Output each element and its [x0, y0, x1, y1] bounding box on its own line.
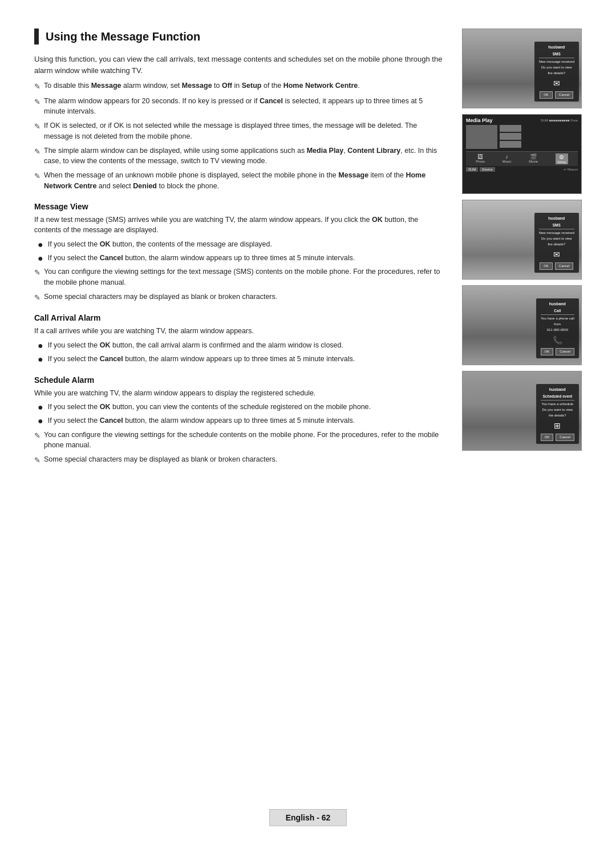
ok-btn-3: OK — [540, 262, 553, 270]
note-text-3: If OK is selected, or if OK is not selec… — [44, 120, 445, 142]
envelope-icon-1: ✉ — [539, 78, 574, 90]
music-icon-item: ♪ Music — [502, 153, 512, 164]
message-view-title: Message View — [34, 202, 445, 211]
overlay-call-msg: You have a phone call — [541, 316, 574, 321]
message-view-bullet-text-2: If you select the Cancel button, the ala… — [48, 253, 355, 264]
sum-btn: SUM — [466, 167, 478, 172]
note-icon-mv2: ✎ — [34, 292, 40, 304]
call-alert-overlay: husband Call You have a phone call from … — [536, 298, 579, 358]
overlay-call-from: from — [541, 322, 574, 327]
setup-icon-item: ⚙ Setup — [556, 153, 568, 164]
thumb-small-1 — [500, 125, 521, 132]
schedule-alarm-note-text-1: You can configure the viewing settings f… — [44, 430, 445, 451]
section-title: Using the Message Function — [46, 30, 200, 43]
calendar-icon: ⊞ — [541, 420, 574, 432]
mediaplay-header: Media Play SUM ■■■■■■■■■■ Free — [466, 118, 578, 123]
schedule-alarm-bullet-text-1: If you select the OK button, you can vie… — [48, 402, 371, 413]
device-btn: Device — [480, 167, 495, 172]
note-icon-sa2: ✎ — [34, 455, 40, 466]
overlay-buttons-5: OK Cancel — [541, 434, 574, 441]
call-arrival-bullet-text-1: If you select the OK button, the call ar… — [48, 340, 343, 351]
footer-text: English - 62 — [286, 813, 331, 822]
page-footer: English - 62 — [0, 809, 616, 826]
thumb-small-list — [500, 125, 521, 149]
overlay-type-5: Scheduled event — [541, 394, 574, 401]
overlay-sender-4: husband — [541, 301, 574, 308]
music-icon: ♪ — [502, 153, 512, 160]
note-text-5: When the message of an unknown mobile ph… — [44, 170, 445, 192]
screenshot-sms-2: husband SMS New message received Do you … — [462, 200, 582, 280]
message-view-intro: If a new test message (SMS) arrives whil… — [34, 215, 445, 236]
call-arrival-section: Call Arrival Alarm If a call arrives whi… — [34, 313, 445, 365]
bullet-dot-2: ● — [38, 253, 43, 264]
schedule-alarm-section: Schedule Alarm While you are watching TV… — [34, 375, 445, 466]
message-view-note-text-2: Some special characters may be displayed… — [44, 292, 277, 302]
overlay-call-number: 011-000-0000 — [541, 328, 574, 333]
intro-paragraph: Using this function, you can view the ca… — [34, 54, 445, 76]
mediaplay-footer: SUM Device ↩ Return — [466, 167, 578, 172]
schedule-alarm-note-1: ✎ You can configure the viewing settings… — [34, 430, 445, 451]
schedule-alarm-bullet-1: ● If you select the OK button, you can v… — [34, 402, 445, 413]
note-item-4: ✎ The simple alarm window can be display… — [34, 145, 445, 167]
message-view-bullet-2: ● If you select the Cancel button, the a… — [34, 253, 445, 264]
call-arrival-title: Call Arrival Alarm — [34, 313, 445, 322]
note-icon-5: ✎ — [34, 171, 40, 182]
overlay-sched-q: Do you want to view — [541, 407, 574, 413]
note-text-4: The simple alarm window can be displayed… — [44, 145, 445, 167]
thumb-small-2 — [500, 133, 521, 140]
overlay-buttons-3: OK Cancel — [539, 262, 574, 270]
bullet-dot-sa2: ● — [38, 415, 43, 426]
mediaplay-title: Media Play — [466, 118, 493, 123]
schedule-alert-overlay: husband Scheduled event You have a sched… — [536, 384, 579, 444]
message-view-note-2: ✎ Some special characters may be display… — [34, 292, 445, 304]
bullet-dot-1: ● — [38, 239, 43, 250]
note-item-5: ✎ When the message of an unknown mobile … — [34, 170, 445, 192]
bullet-dot-ca1: ● — [38, 340, 43, 351]
note-icon-1: ✎ — [34, 81, 40, 92]
photo-icon: 🖼 — [476, 153, 485, 160]
setup-label: Setup — [557, 160, 566, 164]
overlay-buttons-1: OK Cancel — [539, 91, 574, 99]
overlay-sender-1: husband — [539, 45, 574, 51]
overlay-sender-3: husband — [539, 216, 574, 222]
overlay-q2-3: the details? — [539, 242, 574, 247]
schedule-alarm-bullet-text-2: If you select the Cancel button, the ala… — [48, 415, 355, 426]
mediaplay-thumbnails — [466, 125, 578, 149]
schedule-alarm-bullet-2: ● If you select the Cancel button, the a… — [34, 415, 445, 426]
overlay-type-1: SMS — [539, 51, 574, 59]
overlay-msg-1: New message received — [539, 59, 574, 64]
note-icon-3: ✎ — [34, 121, 40, 132]
ok-btn-1: OK — [540, 91, 553, 99]
call-arrival-intro: If a call arrives while you are watching… — [34, 326, 445, 337]
photo-icon-item: 🖼 Photo — [476, 153, 485, 164]
right-column: husband SMS New message received Do you … — [462, 29, 582, 470]
note-text-1: To disable this Message alarm window, se… — [44, 80, 360, 91]
sms-alert-overlay-1: husband SMS New message received Do you … — [534, 42, 579, 102]
note-item-2: ✎ The alarm window appears for 20 second… — [34, 96, 445, 118]
music-label: Music — [502, 160, 512, 163]
overlay-sched-q2: the details? — [541, 413, 574, 418]
call-arrival-bullet-1: ● If you select the OK button, the call … — [34, 340, 445, 351]
screenshot-mediaplay: Media Play SUM ■■■■■■■■■■ Free 🖼 Photo — [462, 114, 582, 194]
cancel-btn-3: Cancel — [555, 262, 574, 270]
content-area: Using the Message Function Using this fu… — [34, 29, 582, 470]
overlay-type-4: Call — [541, 308, 574, 316]
movie-label: Movie — [529, 160, 538, 163]
thumb-main — [466, 125, 497, 149]
page: Using the Message Function Using this fu… — [0, 0, 616, 849]
thumb-small-3 — [500, 141, 521, 148]
mediaplay-icons-row: 🖼 Photo ♪ Music 🎬 Movie ⚙ Setup — [466, 151, 578, 166]
section-title-bar: Using the Message Function — [34, 29, 445, 45]
note-icon-sa1: ✎ — [34, 430, 40, 442]
footer-badge: English - 62 — [269, 809, 347, 826]
schedule-alarm-intro: While you are watching TV, the alarm win… — [34, 388, 445, 399]
schedule-alarm-note-text-2: Some special characters may be displayed… — [44, 454, 277, 465]
overlay-buttons-4: OK Cancel — [541, 348, 574, 355]
bullet-dot-sa1: ● — [38, 402, 43, 413]
movie-icon: 🎬 — [529, 153, 538, 160]
overlay-sender-5: husband — [541, 387, 574, 393]
ok-btn-5: OK — [541, 434, 554, 441]
phone-icon: 📞 — [541, 334, 574, 346]
note-item-3: ✎ If OK is selected, or if OK is not sel… — [34, 120, 445, 142]
message-view-section: Message View If a new test message (SMS)… — [34, 202, 445, 304]
